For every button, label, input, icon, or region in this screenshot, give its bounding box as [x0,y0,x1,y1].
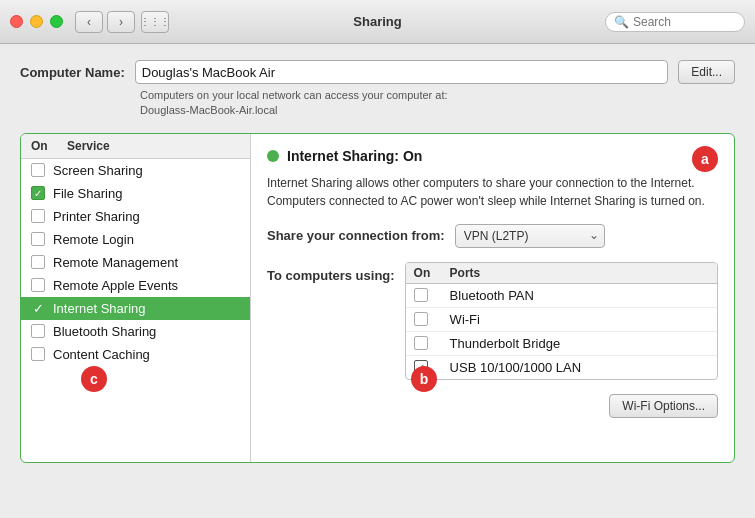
share-from-label: Share your connection from: [267,228,445,243]
usb-lan-label: USB 10/100/1000 LAN [450,360,582,375]
services-list: On Service Screen Sharing ✓ File Sharing… [21,134,251,462]
wifi-options-button[interactable]: Wi-Fi Options... [609,394,718,418]
maximize-button[interactable] [50,15,63,28]
thunderbolt-label: Thunderbolt Bridge [450,336,561,351]
service-item-remote-management[interactable]: Remote Management [21,251,250,274]
printer-sharing-label: Printer Sharing [53,209,140,224]
share-from-select[interactable]: VPN (L2TP) [455,224,605,248]
computer-name-sub-line2: Douglass-MacBook-Air.local [140,104,278,116]
service-item-content-caching[interactable]: Content Caching [21,343,250,366]
services-header: On Service [21,134,250,159]
content-caching-checkbox[interactable] [31,347,45,361]
annotation-a: a [692,146,718,172]
port-row-thunderbolt[interactable]: Thunderbolt Bridge [406,332,717,356]
service-item-file-sharing[interactable]: ✓ File Sharing [21,182,250,205]
remote-management-label: Remote Management [53,255,178,270]
close-button[interactable] [10,15,23,28]
printer-sharing-checkbox[interactable] [31,209,45,223]
port-row-bluetooth-pan[interactable]: Bluetooth PAN [406,284,717,308]
titlebar: ‹ › ⋮⋮⋮ Sharing 🔍 [0,0,755,44]
services-header-service: Service [67,139,110,153]
nav-buttons: ‹ › [75,11,135,33]
search-icon: 🔍 [614,15,629,29]
to-computers-label: To computers using: [267,268,395,283]
ports-table-header: On Ports [406,263,717,284]
detail-title: Internet Sharing: On [287,148,422,164]
computer-name-label: Computer Name: [20,65,125,80]
computer-name-input[interactable] [135,60,669,84]
forward-button[interactable]: › [107,11,135,33]
detail-title-row: Internet Sharing: On [267,148,718,164]
annotation-c: c [81,366,107,392]
remote-login-checkbox[interactable] [31,232,45,246]
bluetooth-pan-checkbox-wrapper[interactable] [414,288,450,302]
bottom-area: On Service Screen Sharing ✓ File Sharing… [20,133,735,463]
computer-name-row: Computer Name: Edit... [20,60,735,84]
wifi-checkbox[interactable] [414,312,428,326]
ports-section: To computers using: On Ports Bluetooth P… [267,262,718,380]
screen-sharing-checkbox[interactable] [31,163,45,177]
wifi-options-row: Wi-Fi Options... [267,394,718,418]
edit-button[interactable]: Edit... [678,60,735,84]
search-input[interactable] [633,15,736,29]
screen-sharing-label: Screen Sharing [53,163,143,178]
annotation-b: b [411,366,437,392]
bluetooth-sharing-label: Bluetooth Sharing [53,324,156,339]
detail-panel: a Internet Sharing: On Internet Sharing … [251,134,734,462]
service-item-printer-sharing[interactable]: Printer Sharing [21,205,250,228]
ports-table: On Ports Bluetooth PAN [405,262,718,380]
share-from-row: Share your connection from: VPN (L2TP) [267,224,718,248]
file-sharing-checkbox[interactable]: ✓ [31,186,45,200]
computer-name-sub: Computers on your local network can acce… [140,88,735,119]
ports-header-ports: Ports [450,266,481,280]
back-button[interactable]: ‹ [75,11,103,33]
port-row-wifi[interactable]: Wi-Fi [406,308,717,332]
file-sharing-label: File Sharing [53,186,122,201]
window-title: Sharing [353,14,401,29]
service-item-internet-sharing[interactable]: ✓ Internet Sharing [21,297,250,320]
search-box[interactable]: 🔍 [605,12,745,32]
computer-name-sub-line1: Computers on your local network can acce… [140,89,448,101]
remote-apple-events-checkbox[interactable] [31,278,45,292]
thunderbolt-checkbox[interactable] [414,336,428,350]
internet-sharing-label: Internet Sharing [53,301,146,316]
service-item-bluetooth-sharing[interactable]: Bluetooth Sharing [21,320,250,343]
wifi-checkbox-wrapper[interactable] [414,312,450,326]
content-caching-label: Content Caching [53,347,150,362]
service-item-screen-sharing[interactable]: Screen Sharing [21,159,250,182]
bluetooth-pan-label: Bluetooth PAN [450,288,534,303]
grid-button[interactable]: ⋮⋮⋮ [141,11,169,33]
internet-sharing-checkbox[interactable]: ✓ [31,301,45,315]
remote-apple-events-label: Remote Apple Events [53,278,178,293]
remote-management-checkbox[interactable] [31,255,45,269]
services-header-on: On [31,139,67,153]
bluetooth-pan-checkbox[interactable] [414,288,428,302]
service-item-remote-apple-events[interactable]: Remote Apple Events [21,274,250,297]
thunderbolt-checkbox-wrapper[interactable] [414,336,450,350]
ports-header-on: On [414,266,450,280]
main-content: Computer Name: Edit... Computers on your… [0,44,755,473]
share-from-select-wrapper[interactable]: VPN (L2TP) [455,224,605,248]
minimize-button[interactable] [30,15,43,28]
detail-description: Internet Sharing allows other computers … [267,174,718,210]
status-dot [267,150,279,162]
remote-login-label: Remote Login [53,232,134,247]
wifi-label: Wi-Fi [450,312,480,327]
traffic-lights [10,15,63,28]
bluetooth-sharing-checkbox[interactable] [31,324,45,338]
service-item-remote-login[interactable]: Remote Login [21,228,250,251]
port-row-usb-lan[interactable]: ✓ USB 10/100/1000 LAN [406,356,717,379]
